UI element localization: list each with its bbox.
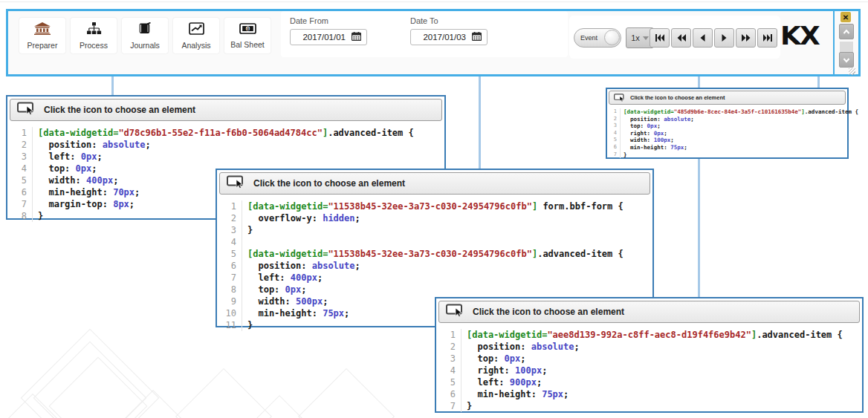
line-number: 9 bbox=[217, 295, 242, 307]
line-number: 2 bbox=[607, 116, 621, 123]
picker-instruction: Click the icon to choose an element bbox=[44, 105, 195, 115]
scroll-down-button[interactable] bbox=[839, 52, 854, 68]
chevron-down-icon bbox=[643, 36, 649, 40]
element-picker-bar[interactable]: Click the icon to choose an element bbox=[219, 172, 650, 195]
code-line[interactable]: 3 top: 0px; bbox=[607, 123, 847, 130]
line-number: 6 bbox=[607, 144, 621, 151]
skip-to-end-button[interactable] bbox=[757, 28, 777, 48]
line-number: 7 bbox=[607, 151, 621, 159]
line-number: 7 bbox=[217, 272, 242, 284]
code-line[interactable]: 4 bbox=[217, 236, 652, 248]
line-chart-icon bbox=[189, 22, 204, 38]
chevron-down-icon bbox=[843, 57, 850, 63]
code-line[interactable]: 1[data-widgetid="11538b45-32ee-3a73-c030… bbox=[217, 200, 652, 212]
code-line[interactable]: 2 position: absolute; bbox=[7, 139, 444, 151]
element-picker-bar[interactable]: Click the icon to choose an element bbox=[609, 91, 846, 105]
line-number: 4 bbox=[217, 236, 242, 248]
line-number: 6 bbox=[217, 260, 242, 272]
element-picker-icon[interactable] bbox=[614, 91, 626, 105]
code-line[interactable]: 1[data-widgetid="485d9b6e-8cec-84e4-3a5f… bbox=[607, 108, 847, 116]
code-line[interactable]: 5 width: 100px; bbox=[607, 137, 847, 144]
code-line[interactable]: 5 left: 900px; bbox=[436, 376, 862, 388]
watermark-diamond bbox=[175, 368, 272, 418]
code-line[interactable]: 3} bbox=[217, 224, 652, 236]
css-code-editor[interactable]: 1[data-widgetid="485d9b6e-8cec-84e4-3a5f… bbox=[607, 106, 847, 158]
element-picker-icon[interactable] bbox=[17, 102, 36, 118]
code-line[interactable]: 1[data-widgetid="aee8d139-992a-c8ff-aec8… bbox=[436, 329, 862, 341]
element-picker-icon[interactable] bbox=[227, 175, 246, 192]
css-code-editor[interactable]: 1[data-widgetid="aee8d139-992a-c8ff-aec8… bbox=[436, 325, 862, 412]
fast-forward-icon bbox=[742, 34, 751, 42]
line-number: 3 bbox=[436, 353, 461, 365]
nav-item-label: Preparer bbox=[27, 41, 58, 50]
code-line[interactable]: 4 right: 0px; bbox=[607, 130, 847, 137]
code-line[interactable]: 3 top: 0px; bbox=[436, 353, 862, 365]
page-top-divider bbox=[0, 1, 868, 2]
code-line[interactable]: 7 left: 400px; bbox=[217, 272, 652, 284]
date-to-label: Date To bbox=[410, 16, 488, 25]
rewind-button[interactable] bbox=[671, 28, 691, 48]
watermark-diamond bbox=[298, 368, 395, 418]
code-line[interactable]: 6 position: absolute; bbox=[217, 260, 652, 272]
calendar-icon[interactable] bbox=[472, 32, 482, 42]
nav-item-label: Journals bbox=[130, 41, 160, 50]
line-number: 6 bbox=[7, 186, 33, 198]
sitemap-icon bbox=[86, 22, 102, 38]
element-picker-bar[interactable]: Click the icon to choose an element bbox=[438, 301, 860, 323]
nav-item-preparer[interactable]: Preparer bbox=[19, 18, 65, 53]
fast-forward-button[interactable] bbox=[736, 28, 756, 48]
skip-to-start-button[interactable] bbox=[650, 28, 670, 48]
picker-instruction: Click the icon to choose an element bbox=[630, 94, 725, 101]
code-line[interactable]: 4 right: 100px; bbox=[436, 365, 862, 376]
date-to-input[interactable]: 2017/01/03 bbox=[410, 29, 488, 45]
resize-grip[interactable] bbox=[849, 68, 855, 75]
picker-instruction: Click the icon to choose an element bbox=[473, 307, 624, 317]
code-line[interactable]: 2 position: absolute; bbox=[607, 116, 847, 123]
skip-to-start-icon bbox=[655, 34, 664, 42]
line-number: 2 bbox=[436, 341, 461, 353]
nav-item-analysis[interactable]: Analysis bbox=[173, 18, 219, 53]
code-line[interactable]: 2 overflow-y: hidden; bbox=[217, 212, 652, 224]
nav-item-bal-sheet[interactable]: 0 Bal Sheet bbox=[224, 18, 271, 53]
code-line[interactable]: 8 top: 0px; bbox=[217, 284, 652, 295]
line-number: 7 bbox=[7, 198, 33, 210]
toggle-knob[interactable] bbox=[604, 30, 620, 45]
code-line[interactable]: 3 left: 0px; bbox=[7, 151, 444, 163]
code-line[interactable]: 2 position: absolute; bbox=[436, 341, 862, 353]
play-icon bbox=[720, 34, 728, 42]
line-number: 5 bbox=[7, 174, 33, 186]
date-to-value: 2017/01/03 bbox=[423, 33, 466, 42]
line-number: 2 bbox=[217, 212, 242, 224]
toolbar-frame-divider bbox=[833, 11, 835, 74]
nav-item-label: Analysis bbox=[181, 41, 210, 50]
code-line[interactable]: 7} bbox=[436, 400, 862, 412]
code-line[interactable]: 7} bbox=[607, 151, 847, 159]
step-back-icon bbox=[699, 34, 707, 42]
element-picker-icon[interactable] bbox=[446, 304, 465, 320]
scroll-up-button[interactable] bbox=[839, 24, 854, 39]
nav-item-journals[interactable]: Journals bbox=[122, 18, 168, 53]
calendar-icon[interactable] bbox=[352, 32, 361, 42]
play-button[interactable] bbox=[714, 28, 734, 48]
event-toggle[interactable]: Event bbox=[574, 28, 621, 48]
code-line[interactable]: 5[data-widgetid="11538b45-32ee-3a73-c030… bbox=[217, 248, 652, 260]
date-from-label: Date From bbox=[290, 16, 367, 25]
css-editor-panel-top-right: Click the icon to choose an element 1[da… bbox=[606, 88, 849, 159]
step-back-button[interactable] bbox=[693, 28, 713, 48]
close-icon[interactable]: ✕ bbox=[841, 12, 851, 22]
line-number: 2 bbox=[7, 139, 33, 151]
code-line[interactable]: 6 min-height: 75px; bbox=[607, 144, 847, 151]
element-picker-bar[interactable]: Click the icon to choose an element bbox=[10, 99, 442, 121]
date-from-input[interactable]: 2017/01/01 bbox=[290, 29, 367, 45]
line-number: 4 bbox=[7, 163, 33, 174]
line-number: 6 bbox=[436, 388, 461, 400]
line-number: 3 bbox=[607, 123, 621, 130]
nav-item-process[interactable]: Process bbox=[71, 18, 117, 53]
line-number: 5 bbox=[436, 376, 461, 388]
rewind-icon bbox=[677, 34, 686, 42]
line-number: 7 bbox=[436, 400, 461, 412]
line-number: 5 bbox=[217, 248, 242, 260]
line-number: 5 bbox=[607, 137, 621, 144]
code-line[interactable]: 6 min-height: 75px; bbox=[436, 388, 862, 400]
code-line[interactable]: 1[data-widgetid="d78c96b1-55e2-f11a-f6b0… bbox=[7, 127, 444, 139]
